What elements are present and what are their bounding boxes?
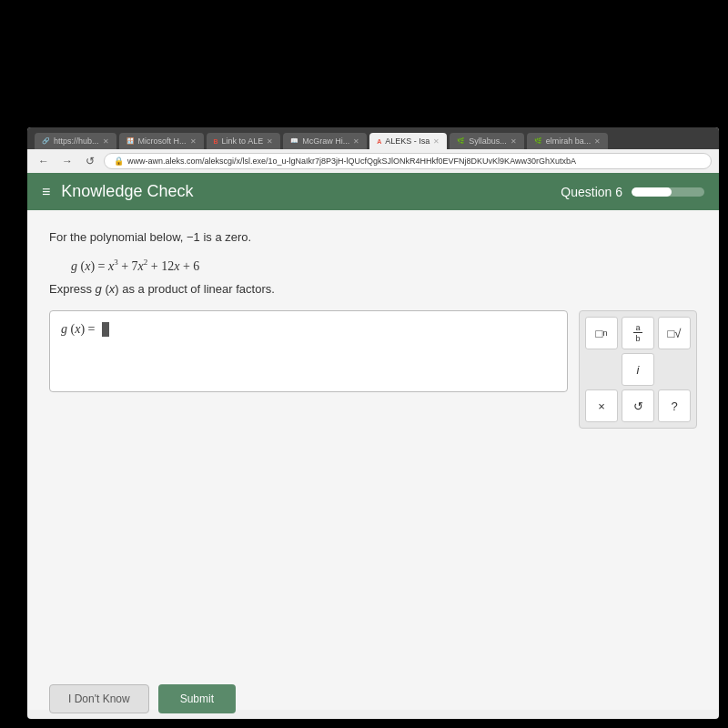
answer-cursor	[102, 322, 109, 337]
tab-hub[interactable]: 🔗 https://hub... ✕	[35, 133, 116, 149]
dont-know-button[interactable]: I Don't Know	[49, 684, 149, 713]
menu-icon[interactable]: ≡	[42, 184, 50, 200]
math-equation: g (x) = x3 + 7x2 + 12x + 6	[71, 258, 697, 274]
empty-btn-2	[658, 353, 691, 386]
italic-i-button[interactable]: i	[622, 353, 654, 386]
page-title: Knowledge Check	[61, 182, 193, 201]
forward-button[interactable]: →	[58, 153, 76, 169]
app-content: ≡ Knowledge Check Question 6 For the pol…	[27, 173, 719, 710]
header-right: Question 6	[561, 185, 704, 199]
submit-button[interactable]: Submit	[158, 684, 236, 713]
undo-button[interactable]: ↺	[622, 389, 654, 422]
express-statement: Express g (x) as a product of linear fac…	[49, 282, 697, 296]
tab-bar: 🔗 https://hub... ✕ 🪟 Microsoft H... ✕ B …	[35, 133, 712, 149]
fraction-icon: a b	[633, 323, 642, 343]
progress-fill	[632, 187, 672, 197]
question-label: Question 6	[561, 185, 622, 199]
address-bar[interactable]: 🔒 www-awn.aleks.com/alekscgi/x/lsl.exe/1…	[104, 153, 712, 169]
app-header: ≡ Knowledge Check Question 6	[27, 173, 719, 210]
refresh-button[interactable]: ↺	[82, 153, 98, 169]
answer-prefix: g (x) =	[61, 322, 95, 337]
back-button[interactable]: ←	[35, 153, 53, 169]
tab-ms[interactable]: 🪟 Microsoft H... ✕	[119, 133, 204, 149]
math-toolbar: □n a b □√ i	[579, 310, 697, 429]
header-left: ≡ Knowledge Check	[42, 182, 193, 201]
browser-chrome: 🔗 https://hub... ✕ 🪟 Microsoft H... ✕ B …	[27, 127, 719, 149]
progress-bar	[632, 187, 704, 197]
main-content: For the polynomial below, −1 is a zero. …	[27, 210, 719, 710]
url-text: www-awn.aleks.com/alekscgi/x/lsl.exe/1o_…	[127, 157, 576, 166]
input-area-row: g (x) = □n a b □√	[49, 310, 697, 429]
fraction-button[interactable]: a b	[622, 317, 654, 349]
answer-input-box[interactable]: g (x) =	[49, 310, 568, 392]
superscript-button[interactable]: □n	[585, 317, 618, 349]
multiply-button[interactable]: ×	[585, 389, 618, 422]
tab-ale[interactable]: B Link to ALE ✕	[207, 133, 281, 149]
tab-aleks[interactable]: A ALEKS - Isa ✕	[369, 133, 447, 149]
empty-btn-1	[585, 353, 618, 386]
sqrt-button[interactable]: □√	[658, 317, 691, 349]
help-button[interactable]: ?	[658, 389, 691, 422]
tab-syllabus[interactable]: 🌿 Syllabus... ✕	[450, 133, 524, 149]
tab-elmirah[interactable]: 🌿 elmirah ba... ✕	[527, 133, 609, 149]
lock-icon: 🔒	[114, 157, 124, 166]
bottom-bar: I Don't Know Submit	[27, 684, 719, 713]
problem-statement: For the polynomial below, −1 is a zero.	[49, 228, 697, 247]
address-bar-row: ← → ↺ 🔒 www-awn.aleks.com/alekscgi/x/lsl…	[27, 149, 719, 173]
tab-mcgraw[interactable]: 📖 McGraw Hi... ✕	[283, 133, 367, 149]
